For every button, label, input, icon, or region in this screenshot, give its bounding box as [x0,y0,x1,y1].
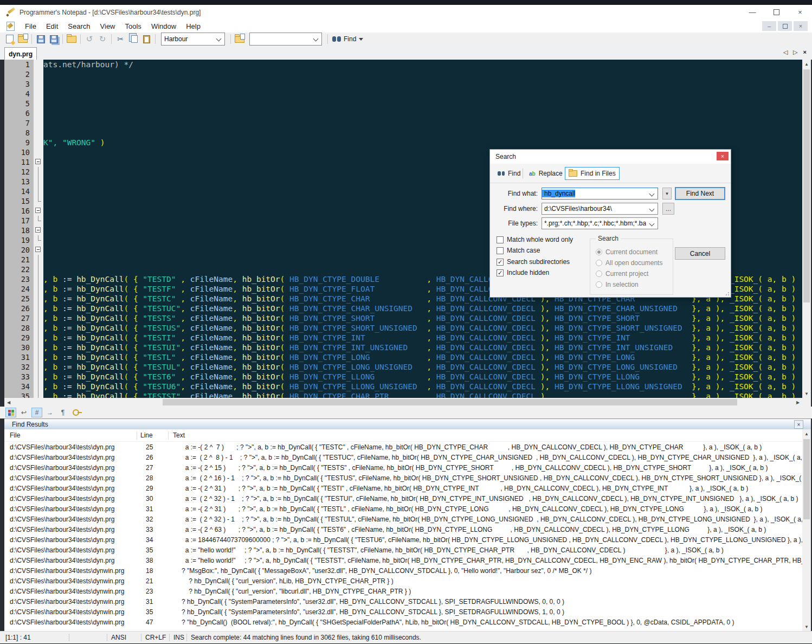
radio-circle[interactable] [596,249,602,255]
fold-margin[interactable] [34,108,43,118]
fold-margin[interactable] [34,69,43,79]
find-next-button[interactable]: Find Next [675,187,725,200]
save-all-button[interactable] [48,34,60,44]
paragraph-button[interactable]: ¶ [57,408,68,417]
browse-button[interactable]: ... [662,203,674,215]
fold-margin[interactable] [34,60,43,69]
resize-grip[interactable] [724,290,729,295]
editor-line[interactable]: 1ats.net/harbour) */ [4,60,802,69]
find-result-row[interactable]: d:\CVSFiles\harbour34\tests\dynwin.prg23… [4,586,802,596]
fold-margin[interactable] [34,99,43,108]
editor-line[interactable]: 29, b := hb_DynCall( { "TESTI" , cFileNa… [4,333,802,343]
fold-margin[interactable] [34,196,43,206]
scroll-down-arrow-icon[interactable]: ▼ [802,622,811,631]
editor-line[interactable]: 31, b := hb_DynCall( { "TESTL" , cFileNa… [4,352,802,362]
line-numbers-button[interactable]: # [31,408,42,417]
fold-margin[interactable] [34,245,43,255]
editor-line[interactable]: 6 [4,108,802,118]
find-result-row[interactable]: d:\CVSFiles\harbour34\tests\dyn.prg30 a … [4,493,802,504]
find-results-close-button[interactable]: × [794,420,803,429]
copy-button[interactable] [127,34,139,44]
new-file-button[interactable] [4,34,16,44]
find-result-row[interactable]: d:\CVSFiles\harbour34\tests\dynwin.prg21… [4,576,802,586]
fold-margin[interactable] [34,284,43,294]
fold-margin[interactable] [34,206,43,216]
cut-button[interactable]: ✂ [114,34,126,44]
editor-line[interactable]: 35, b := hb_DynCall( { "TESTST", cFileNa… [4,391,802,398]
editor-line[interactable]: 33, b := hb_DynCall( { "TEST6" , cFileNa… [4,372,802,382]
column-header-text[interactable]: Text [169,431,802,440]
checkbox-match-whole-word-only[interactable]: Match whole word only [497,235,573,244]
scheme-combo[interactable]: Harbour [161,33,225,46]
mdi-restore-button[interactable] [778,21,792,31]
scrollbar-thumb[interactable] [803,69,810,302]
find-result-row[interactable]: d:\CVSFiles\harbour34\tests\dynwin.prg31… [4,596,802,607]
radio-current-document[interactable]: Current document [596,248,658,256]
editor-line[interactable]: 9K", "WRONG" ) [4,138,802,147]
scroll-up-arrow-icon[interactable]: ▲ [802,429,811,438]
fold-margin[interactable] [34,186,43,196]
editor-line[interactable]: 7 [4,118,802,128]
fold-margin[interactable] [34,343,43,352]
find-what-input[interactable]: hb_dyncall [542,188,658,199]
fold-margin[interactable] [34,294,43,304]
column-header-file[interactable]: File [4,431,137,440]
fold-margin[interactable] [34,235,43,245]
editor-line[interactable]: 28, b := hb_DynCall( { "TESTUS", cFileNa… [4,323,802,333]
fold-margin[interactable] [34,313,43,323]
editor-line[interactable]: 30, b := hb_DynCall( { "TESTUI", cFileNa… [4,343,802,352]
tab-dyn-prg[interactable]: dyn.prg [4,47,37,60]
open-project-button[interactable] [66,34,78,44]
mdi-close-button[interactable]: × [794,21,808,31]
find-result-row[interactable]: d:\CVSFiles\harbour34\tests\dyn.prg26 a … [4,452,802,462]
find-result-row[interactable]: d:\CVSFiles\harbour34\tests\dyn.prg25 a … [4,442,802,452]
find-result-row[interactable]: d:\CVSFiles\harbour34\tests\dyn.prg29 a … [4,483,802,493]
scroll-left-arrow-icon[interactable]: ◀ [4,398,13,407]
fold-margin[interactable] [34,128,43,138]
fold-margin[interactable] [34,216,43,226]
mdi-minimize-button[interactable]: ‒ [762,21,776,31]
menu-item-edit[interactable]: Edit [41,21,63,32]
tab-find[interactable]: Find [494,167,524,180]
fold-margin[interactable] [34,167,43,177]
cancel-button[interactable]: Cancel [675,247,725,260]
fold-margin[interactable] [34,147,43,157]
find-result-row[interactable]: d:\CVSFiles\harbour34\tests\dyn.prg27 a … [4,462,802,473]
find-result-row[interactable]: d:\CVSFiles\harbour34\tests\dyn.prg32 a … [4,514,802,524]
results-vertical-scrollbar[interactable]: ▲ ▼ [802,429,811,631]
open-file-button[interactable] [17,34,29,44]
radio-circle[interactable] [596,260,602,266]
editor-line[interactable]: 3 [4,79,802,89]
find-in-files-button[interactable] [234,34,246,44]
radio-circle[interactable] [596,271,602,277]
scrollbar-thumb[interactable] [163,399,737,405]
find-where-input[interactable]: d:\CVSFiles\harbour34\ [542,203,658,215]
redo-button[interactable]: ↻ [96,34,108,44]
output-grid-button[interactable] [5,408,16,417]
fold-margin[interactable] [34,177,43,186]
paste-button[interactable] [140,34,152,44]
checkbox-box[interactable]: ✓ [497,259,504,266]
checkbox-box[interactable]: ✓ [497,269,504,276]
clear-results-button[interactable] [70,408,81,417]
editor-line[interactable]: 2 [4,69,802,79]
fold-margin[interactable] [34,372,43,382]
fold-margin[interactable] [34,362,43,372]
menu-item-search[interactable]: Search [63,21,95,32]
fold-margin[interactable] [34,304,43,313]
radio-current-project[interactable]: Current project [596,269,648,278]
save-button[interactable] [35,34,47,44]
editor-line[interactable]: 27, b := hb_DynCall( { "TESTS" , cFileNa… [4,313,802,323]
close-button[interactable]: × [788,5,812,20]
scroll-down-arrow-icon[interactable]: ▼ [802,389,811,398]
scroll-right-arrow-icon[interactable]: ▶ [794,398,802,407]
editor-line[interactable]: 26, b := hb_DynCall( { "TESTUC", cFileNa… [4,304,802,313]
search-input[interactable] [249,33,322,46]
tab-scroll-left-button[interactable]: ◁ [783,49,788,56]
search-dialog-close-button[interactable]: × [717,152,729,160]
fold-margin[interactable] [34,226,43,235]
find-result-row[interactable]: d:\CVSFiles\harbour34\tests\dyn.prg34 a … [4,534,802,545]
tab-scroll-right-button[interactable]: ▷ [793,49,797,56]
tab-find-in-files[interactable]: Find in Files [565,167,620,180]
fold-margin[interactable] [34,79,43,89]
